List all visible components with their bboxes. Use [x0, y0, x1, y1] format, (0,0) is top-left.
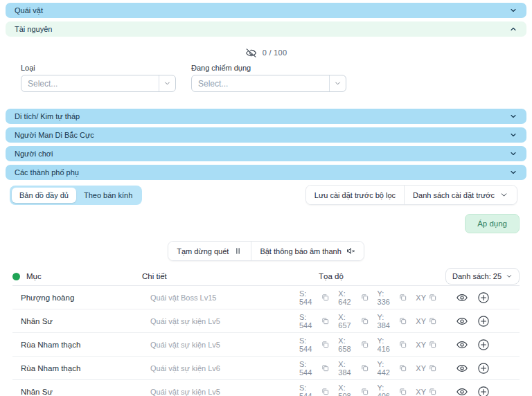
- coord-x: X: 657: [338, 313, 357, 330]
- copy-xy-button[interactable]: [429, 294, 436, 301]
- accordion-label: Người chơi: [15, 150, 53, 158]
- select-chevron: [329, 75, 346, 91]
- copy-icon: [429, 388, 436, 395]
- page-size-button[interactable]: Danh sách: 25: [445, 268, 520, 285]
- copy-x-button[interactable]: [361, 294, 369, 301]
- copy-y-button[interactable]: [399, 364, 407, 372]
- accordion-label: Quái vật: [15, 6, 43, 15]
- add-marker-button[interactable]: [477, 386, 490, 396]
- copy-s-button[interactable]: [321, 364, 329, 372]
- select-placeholder: Select...: [28, 79, 57, 89]
- copy-icon: [399, 388, 407, 395]
- accordion-label: Các thành phố phụ: [15, 168, 79, 177]
- coord-xy-label: XY: [416, 388, 426, 396]
- copy-icon: [361, 341, 369, 348]
- eye-icon: [456, 315, 468, 327]
- accordion-monsters[interactable]: Quái vật: [6, 3, 526, 18]
- map-mode-toggle: Bản đồ đầy đủ Theo bán kính: [10, 186, 142, 205]
- add-marker-button[interactable]: [477, 339, 490, 351]
- apply-button[interactable]: Áp dụng: [465, 214, 520, 233]
- chevron-down-icon: [506, 273, 513, 280]
- select-chevron: [159, 75, 175, 91]
- table-row: Nhân Sư Quái vật sự kiện Lv5 S: 544 X: 6…: [12, 309, 520, 333]
- accordion-section[interactable]: Người Man Di Bắc Cực: [6, 127, 526, 143]
- plus-circle-icon: [477, 362, 490, 375]
- filter-accordions-bottom: Di tích/ Kim tự tháp Người Man Di Bắc Cự…: [0, 92, 532, 180]
- add-marker-button[interactable]: [477, 362, 490, 375]
- page-size-label: Danh sách: 25: [452, 272, 502, 280]
- select-placeholder: Select...: [198, 79, 228, 89]
- copy-x-button[interactable]: [361, 341, 369, 348]
- copy-icon: [429, 294, 436, 301]
- copy-y-button[interactable]: [399, 341, 407, 348]
- coord-s: S: 544: [299, 384, 319, 396]
- copy-icon: [399, 341, 407, 348]
- save-preset-button[interactable]: Lưu cài đặt trước bộ lọc: [306, 186, 404, 204]
- view-on-map-button[interactable]: [456, 339, 468, 351]
- pause-scan-button[interactable]: Tạm dừng quét: [168, 242, 251, 260]
- coord-s: S: 544: [299, 336, 319, 353]
- copy-x-button[interactable]: [361, 317, 369, 325]
- row-detail: Quái vật sự kiện Lv6: [150, 364, 299, 372]
- copy-s-button[interactable]: [321, 317, 329, 325]
- coord-y: Y: 406: [378, 384, 397, 396]
- copy-y-button[interactable]: [399, 388, 407, 395]
- copy-icon: [321, 364, 329, 372]
- chevron-down-icon: [163, 80, 171, 87]
- row-coordinates: S: 544 X: 657 Y: 384: [299, 313, 442, 330]
- chevron-up-icon: [509, 25, 517, 33]
- counter-value: 0 / 100: [263, 48, 287, 57]
- add-marker-button[interactable]: [477, 315, 490, 327]
- pause-icon: [233, 246, 242, 255]
- copy-s-button[interactable]: [321, 294, 329, 301]
- copy-xy-button[interactable]: [429, 388, 436, 395]
- plus-circle-icon: [477, 291, 490, 304]
- accordion-section[interactable]: Di tích/ Kim tự tháp: [6, 109, 526, 124]
- view-on-map-button[interactable]: [456, 291, 468, 304]
- table-row: Phượng hoàng Quái vật Boss Lv15 S: 544 X…: [12, 286, 520, 309]
- view-on-map-button[interactable]: [456, 315, 468, 327]
- copy-y-button[interactable]: [399, 294, 407, 301]
- add-marker-button[interactable]: [477, 291, 490, 304]
- row-item-name: Rùa Nham thạch: [21, 364, 150, 372]
- preset-buttons: Lưu cài đặt trước bộ lọc Danh sách cài đ…: [305, 185, 517, 205]
- eye-icon: [456, 291, 468, 304]
- chevron-down-icon: [499, 190, 508, 199]
- coord-x: X: 642: [338, 289, 357, 306]
- type-select[interactable]: Select...: [21, 75, 176, 92]
- copy-xy-button[interactable]: [429, 364, 436, 372]
- eye-off-icon: [245, 47, 257, 59]
- row-coordinates: S: 544 X: 508 Y: 406: [299, 384, 442, 396]
- copy-xy-button[interactable]: [429, 317, 436, 325]
- row-coordinates: S: 544 X: 642 Y: 336: [299, 289, 442, 306]
- accordion-resources[interactable]: Tài nguyên: [6, 21, 526, 37]
- copy-xy-button[interactable]: [429, 341, 436, 348]
- eye-icon: [456, 386, 468, 396]
- coord-x: X: 658: [338, 336, 357, 353]
- eye-icon: [456, 362, 468, 375]
- accordion-section[interactable]: Người chơi: [6, 146, 526, 161]
- row-item-name: Nhân Sư: [21, 317, 150, 325]
- preset-list-button[interactable]: Danh sách cài đặt trước: [404, 186, 517, 204]
- copy-y-button[interactable]: [399, 317, 407, 325]
- occupied-select[interactable]: Select...: [191, 75, 346, 92]
- chevron-down-icon: [509, 150, 517, 158]
- coord-y: Y: 336: [378, 289, 397, 306]
- coord-x: X: 384: [338, 360, 357, 377]
- field-occupied: Đang chiếm dụng Select...: [191, 64, 346, 92]
- copy-x-button[interactable]: [361, 388, 369, 395]
- map-mode-full-button[interactable]: Bản đồ đầy đủ: [12, 188, 76, 203]
- sound-alert-button[interactable]: Bật thông báo âm thanh: [251, 242, 363, 260]
- field-label: Đang chiếm dụng: [191, 64, 346, 72]
- copy-icon: [361, 294, 369, 301]
- coord-s: S: 544: [299, 313, 319, 330]
- view-on-map-button[interactable]: [456, 362, 468, 375]
- copy-s-button[interactable]: [321, 341, 329, 348]
- map-mode-radius-button[interactable]: Theo bán kính: [76, 188, 140, 203]
- copy-x-button[interactable]: [361, 364, 369, 372]
- view-on-map-button[interactable]: [456, 386, 468, 396]
- copy-s-button[interactable]: [321, 388, 329, 395]
- accordion-section[interactable]: Các thành phố phụ: [6, 165, 526, 180]
- column-item: Mục: [26, 272, 42, 280]
- table-row: Rùa Nham thạch Quái vật sự kiện Lv5 S: 5…: [12, 333, 520, 357]
